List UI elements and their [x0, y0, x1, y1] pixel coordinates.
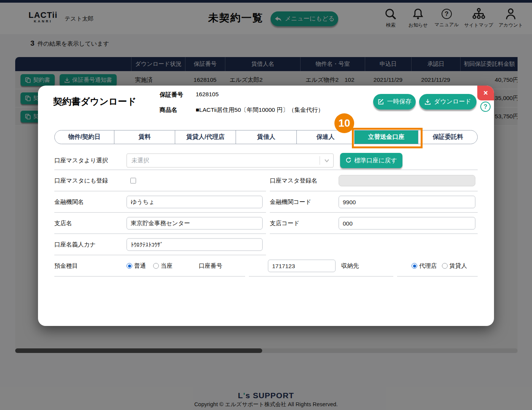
form-row-master-select: 口座マスタより選択 未選択 標準口座に戻す [54, 151, 478, 170]
branch-name-label: 支店名 [54, 219, 72, 227]
deposit-option-label: 普通 [134, 262, 146, 270]
contract-download-modal: × ? 契約書ダウンロード 保証番号 1628105 商品名 ■LACTii居住… [38, 86, 494, 326]
master-name-input [339, 175, 475, 186]
holder-kana-label: 口座名義人カナ [54, 241, 96, 249]
form-row-register-master: 口座マスタにも登録 口座マスタ登録名 [54, 170, 478, 191]
refresh-icon [345, 157, 352, 164]
master-select-label: 口座マスタより選択 [54, 157, 108, 165]
deposit-option-toza[interactable]: 当座 [153, 262, 173, 270]
deposit-type-radios: 普通 当座 [127, 262, 173, 270]
row-divider [249, 276, 393, 277]
radio-selected-icon [412, 263, 417, 269]
master-select-dropdown[interactable]: 未選択 [127, 154, 334, 168]
payee-option-agency[interactable]: 代理店 [412, 262, 437, 270]
temp-save-button[interactable]: 一時保存 [373, 94, 416, 110]
account-number-input[interactable] [268, 260, 336, 272]
guarantee-number-row: 保証番号 1628105 [160, 91, 218, 99]
edit-icon [378, 99, 384, 105]
annotation-badge: 10 [334, 113, 354, 133]
master-select-value: 未選択 [127, 157, 320, 165]
product-name-row: 商品名 ■LACTii居住用50〔年間10000 円〕（集金代行） [160, 106, 324, 114]
tab-property-contract-date[interactable]: 物件/契約日 [55, 130, 114, 144]
annotation-highlight [352, 128, 423, 148]
form-row-deposit: 預金種目 普通 当座 口座番号 収納先 代理店 [54, 255, 478, 277]
payee-option-landlord[interactable]: 賃貸人 [442, 262, 467, 270]
deposit-option-label: 当座 [161, 262, 173, 270]
form-row-holder-kana: 口座名義人カナ [54, 234, 478, 255]
chevron-down-icon [320, 156, 333, 165]
tab-tenant[interactable]: 賃借人 [236, 130, 296, 144]
temp-save-label: 一時保存 [387, 98, 412, 106]
bank-code-label: 金融機関コード [270, 198, 311, 206]
product-name-label: 商品名 [160, 106, 196, 114]
bank-code-input[interactable] [339, 196, 475, 208]
form-row-branch: 支店名 支店コード [54, 213, 478, 234]
download-label: ダウンロード [434, 98, 471, 106]
register-master-label: 口座マスタにも登録 [54, 177, 108, 185]
form-row-bank: 金融機関名 金融機関コード [54, 191, 478, 213]
row-divider [54, 276, 245, 277]
tab-rent[interactable]: 賃料 [114, 130, 175, 144]
download-icon [424, 99, 431, 105]
register-master-checkbox[interactable] [130, 178, 136, 184]
account-number-label: 口座番号 [199, 262, 222, 270]
reset-button-label: 標準口座に戻す [354, 157, 397, 165]
close-icon: × [483, 89, 488, 97]
guarantee-number-label: 保証番号 [160, 91, 196, 99]
payee-label: 収納先 [341, 262, 359, 270]
payee-radios: 代理店 賃貸人 [412, 262, 467, 270]
branch-code-label: 支店コード [270, 219, 299, 227]
holder-kana-input[interactable] [127, 238, 263, 251]
guarantee-number-value: 1628105 [196, 91, 218, 99]
bank-name-input[interactable] [127, 196, 263, 208]
deposit-option-futsu[interactable]: 普通 [127, 262, 146, 270]
master-name-label: 口座マスタ登録名 [270, 177, 317, 185]
reset-standard-account-button[interactable]: 標準口座に戻す [340, 153, 402, 168]
modal-title: 契約書ダウンロード [53, 95, 136, 108]
help-icon[interactable]: ? [480, 102, 491, 112]
tab-guarantee-fee[interactable]: 保証委託料 [418, 130, 477, 144]
close-button[interactable]: × [477, 86, 494, 100]
product-name-value: ■LACTii居住用50〔年間10000 円〕（集金代行） [196, 106, 324, 114]
payee-option-label: 賃貸人 [450, 262, 467, 270]
account-form: 口座マスタより選択 未選択 標準口座に戻す 口座マスタにも登録 口座マスタ [54, 151, 478, 277]
payee-option-label: 代理店 [419, 262, 437, 270]
deposit-type-label: 預金種目 [54, 262, 78, 270]
branch-name-input[interactable] [127, 217, 263, 230]
download-button[interactable]: ダウンロード [419, 94, 477, 110]
radio-icon [153, 263, 159, 269]
branch-code-input[interactable] [339, 217, 475, 230]
bank-name-label: 金融機関名 [54, 198, 84, 206]
radio-icon [442, 263, 448, 269]
tab-landlord-agency[interactable]: 賃貸人/代理店 [175, 130, 236, 144]
row-divider [397, 276, 478, 277]
radio-selected-icon [127, 263, 132, 269]
